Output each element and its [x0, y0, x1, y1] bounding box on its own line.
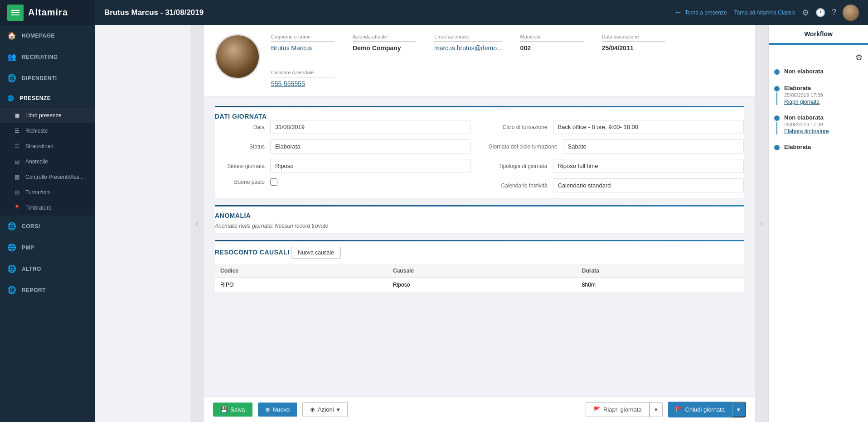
- sidebar-item-label: RECRUITING: [22, 54, 58, 60]
- chiudi-label: Chiudi giornata: [685, 406, 725, 413]
- classic-link[interactable]: Torna ad Altamira Classic: [734, 10, 795, 16]
- workflow-tab-item[interactable]: Workflow: [769, 25, 868, 44]
- sidebar-subitem-straordinari[interactable]: ☰ Straordinari: [0, 139, 95, 154]
- topbar: Brutus Marcus - 31/08/2019 ← Torna a pre…: [95, 0, 868, 25]
- back-label: Torna a presenze: [685, 10, 727, 16]
- riapri-button[interactable]: 🚩 Riapri giornata: [586, 402, 650, 417]
- form-row-status: Status: [215, 139, 470, 153]
- sidebar-subitem-controllo[interactable]: ▤ Controllo Presenti/Ass...: [0, 169, 95, 185]
- controllo-icon: ▤: [13, 174, 21, 180]
- workflow-dot-col-2: [774, 85, 780, 105]
- field-value-matricola: 002: [520, 44, 584, 52]
- sidebar-item-altro[interactable]: 🌐 ALTRO: [0, 258, 95, 279]
- input-tipologia[interactable]: [553, 159, 744, 173]
- input-sintesi[interactable]: [270, 159, 470, 173]
- field-value-email[interactable]: marcus.brutus@demo...: [434, 44, 502, 52]
- sidebar-item-label: PMP: [22, 245, 34, 251]
- sidebar-item-label: REPORT: [22, 287, 46, 293]
- input-status[interactable]: [270, 139, 470, 153]
- riapri-dropdown-button[interactable]: ▾: [650, 402, 663, 417]
- sidebar-item-recruiting[interactable]: 👥 RECRUITING: [0, 46, 95, 67]
- field-label-assunzione: Data assunzione: [602, 34, 665, 42]
- field-value-cellulare[interactable]: 555-555555: [271, 80, 335, 87]
- workflow-panel: Workflow ⚙ Non elaborata: [768, 25, 868, 422]
- input-data[interactable]: [270, 120, 470, 134]
- resoconto-section: RESOCONTO CAUSALI Nuova causale Codice C…: [215, 240, 744, 292]
- workflow-dot-col-1: [774, 68, 780, 76]
- save-button-group: 💾 Salva: [213, 403, 252, 417]
- turnazioni-icon: ▤: [13, 189, 21, 196]
- clock-icon[interactable]: 🕐: [815, 8, 825, 18]
- workflow-action-3[interactable]: Elabora timbrature: [784, 128, 863, 134]
- field-label-name: Cognome e nome: [271, 34, 335, 42]
- sidebar-subitem-richieste[interactable]: ☰ Richieste: [0, 123, 95, 139]
- prev-day-arrow[interactable]: ‹: [190, 25, 204, 422]
- new-button[interactable]: ⊕ Nuovo: [258, 403, 297, 417]
- sidebar-item-presenze[interactable]: 🌐 PRESENZE: [0, 89, 95, 108]
- report-icon: 🌐: [7, 286, 16, 294]
- field-value-company: Demo Company: [353, 44, 416, 52]
- timbrature-icon: 📍: [13, 205, 21, 211]
- workflow-info-2: Elaborata 25/08/2019 17:39 Riapri giorna…: [784, 85, 863, 105]
- chevron-down-icon: ▾: [337, 406, 340, 413]
- riapri-icon: 🚩: [593, 406, 601, 413]
- actions-button[interactable]: ⊕ Azioni ▾: [302, 402, 347, 417]
- workflow-dot-col-3: [774, 114, 780, 134]
- sidebar-item-label: HOMEPAGE: [22, 33, 55, 39]
- field-label-matricola: Matricola: [520, 34, 584, 42]
- sidebar-item-homepage[interactable]: 🏠 HOMEPAGE: [0, 25, 95, 46]
- input-ciclo[interactable]: [553, 120, 744, 134]
- riapri-button-group: 🚩 Riapri giornata ▾: [586, 402, 663, 417]
- help-icon[interactable]: ?: [832, 8, 836, 17]
- hamburger-menu-button[interactable]: [7, 5, 24, 21]
- home-icon: 🏠: [7, 31, 16, 40]
- sidebar-subitem-timbrature[interactable]: 📍 Timbrature: [0, 200, 95, 216]
- cell-durata: 8h0m: [577, 278, 744, 292]
- sidebar-item-corsi[interactable]: 🌐 CORSI: [0, 216, 95, 237]
- nuova-causale-button[interactable]: Nuova causale: [291, 247, 340, 259]
- gear-icon[interactable]: ⚙: [855, 53, 863, 62]
- sidebar-subitem-anomalie[interactable]: ▤ Anomalie: [0, 154, 95, 169]
- profile-field-cellulare: Cellulare Aziendale 555-555555: [271, 70, 335, 87]
- save-button[interactable]: 💾 Salva: [213, 403, 252, 417]
- form-row-calendario: Calendario festività: [489, 178, 744, 192]
- sidebar-subitem-label: Turnazioni: [25, 189, 51, 196]
- user-avatar[interactable]: [843, 5, 859, 21]
- checkbox-buono[interactable]: [270, 178, 277, 186]
- back-arrow-icon: ←: [674, 8, 682, 17]
- settings-icon[interactable]: ⚙: [802, 8, 809, 18]
- actions-label: Azioni: [318, 406, 334, 413]
- sidebar-item-dipendenti[interactable]: 🌐 DIPENDENTI: [0, 67, 95, 89]
- input-calendario[interactable]: [553, 178, 744, 192]
- chiudi-dropdown-button[interactable]: ▾: [732, 402, 746, 417]
- workflow-info-3: Non elaborata 25/08/2019 17:39 Elabora t…: [784, 114, 863, 134]
- form-row-tipologia: Tipologia di giornata: [489, 159, 744, 173]
- form-row-giornata-ciclo: Giornata del ciclo turnazione: [489, 139, 744, 153]
- resoconto-divider: [215, 240, 744, 241]
- sidebar-item-pmp[interactable]: 🌐 PMP: [0, 237, 95, 258]
- label-buono: Buono pasto: [215, 179, 265, 185]
- back-to-presenze-button[interactable]: ← Torna a presenze: [674, 8, 727, 17]
- input-giornata-ciclo[interactable]: [563, 139, 744, 153]
- profile-field-matricola: Matricola 002: [520, 34, 584, 52]
- richieste-icon: ☰: [13, 128, 21, 134]
- label-tipologia: Tipologia di giornata: [489, 163, 548, 169]
- new-button-group: ⊕ Nuovo: [258, 403, 297, 417]
- next-day-arrow[interactable]: ›: [755, 25, 768, 422]
- cell-codice: RIPO: [215, 278, 388, 292]
- anomalia-section: ANOMALIA Anomalie nella giornata: Nessun…: [215, 205, 744, 233]
- bottom-bar: 💾 Salva ⊕ Nuovo ⊕ Azioni ▾: [204, 397, 755, 422]
- workflow-action-2[interactable]: Riapri giornata: [784, 99, 863, 105]
- chiudi-button[interactable]: 🚩 Chiudi giornata: [668, 402, 732, 417]
- dati-giornata-title: DATI GIORNATA: [215, 113, 267, 120]
- sidebar-subitem-libro-presenze[interactable]: ▦ Libro presenze: [0, 108, 95, 123]
- chiudi-button-group: 🚩 Chiudi giornata ▾: [668, 402, 746, 417]
- workflow-status-1: Non elaborata: [784, 68, 863, 75]
- sidebar: Altamira 🏠 HOMEPAGE 👥 RECRUITING 🌐 DIPEN…: [0, 0, 95, 422]
- dati-giornata-section: DATI GIORNATA Data Status: [215, 106, 744, 198]
- field-value-name[interactable]: Brutus Marcus: [271, 44, 335, 52]
- sidebar-item-report[interactable]: 🌐 REPORT: [0, 279, 95, 301]
- sidebar-subitem-turnazioni[interactable]: ▤ Turnazioni: [0, 185, 95, 200]
- workflow-line-3: [776, 122, 777, 134]
- col-durata: Durata: [577, 264, 744, 278]
